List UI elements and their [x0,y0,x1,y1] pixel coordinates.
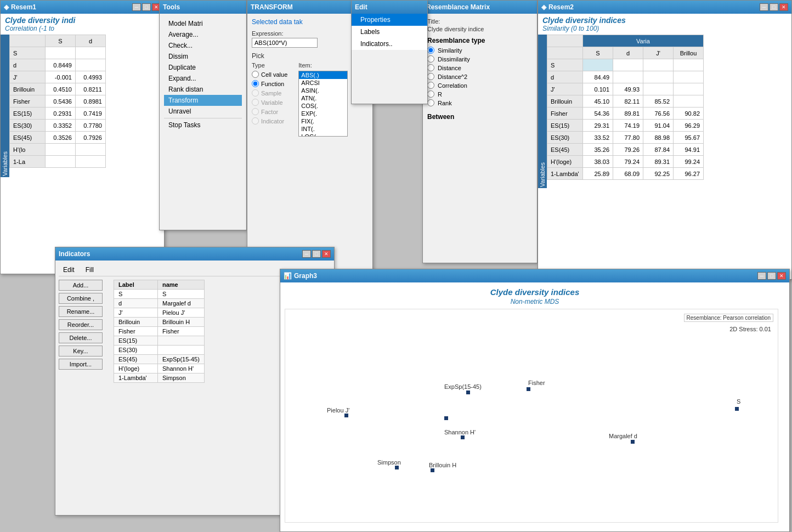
radio-sample[interactable]: Sample [252,89,287,97]
expression-input[interactable] [252,38,318,48]
table-row: ES(45) ExpSp(15-45) [114,355,205,364]
resem2-close[interactable]: ✕ [779,3,788,11]
indicators-minimize[interactable]: ─ [302,250,311,258]
tools-item-dissim[interactable]: Dissim [164,51,242,62]
resemblance-matrix-titlebar[interactable]: Resemblance Matrix [423,1,537,14]
listbox-item-log[interactable]: LOG(. [299,133,347,137]
listbox-item-abs[interactable]: ABS(.) [299,71,347,79]
listbox-item-atn[interactable]: ATN(. [299,94,347,102]
cell: 45.10 [583,95,613,107]
radio-function[interactable]: Function [252,80,287,87]
resem-radio-similarity-input[interactable] [427,47,434,54]
ind-reorder-button[interactable]: Reorder... [59,319,103,330]
tools-item-model[interactable]: Model Matri [164,18,242,29]
radio-cell-value[interactable]: Cell value [252,71,287,78]
edit-dropdown-titlebar[interactable]: Edit [352,1,427,14]
tools-item-unravel[interactable]: Unravel [164,106,242,117]
resem-radio-distance2[interactable]: Distance^2 [427,73,533,80]
resem1-col-d: d [76,35,106,47]
resem-radio-distance-input[interactable] [427,64,434,71]
radio-factor[interactable]: Factor [252,108,287,115]
resem2-maximize[interactable]: □ [770,3,778,11]
dropdown-labels[interactable]: Labels [352,26,427,38]
listbox-item-fix[interactable]: FIX(. [299,117,347,125]
resem2-empty-corner [547,47,583,59]
resem-radio-distance2-input[interactable] [427,73,434,80]
table-row: H'(loge) Shannon H' [114,364,205,373]
ind-cell-label: d [114,299,158,308]
tools-item-duplicate[interactable]: Duplicate [164,62,242,73]
items-listbox[interactable]: ABS(.) ARCSI ASIN(. ATN(. COS(. EXP(. FI… [298,71,348,137]
resem-radio-dissimilarity-input[interactable] [427,55,434,63]
radio-variable[interactable]: Variable [252,99,287,106]
ind-import-button[interactable]: Import... [59,359,103,370]
listbox-item-exp[interactable]: EXP(. [299,110,347,117]
listbox-item-arcsi[interactable]: ARCSI [299,79,347,87]
resem1-titlebar[interactable]: ◈ Resem1 ─ □ ✕ [1,1,164,14]
table-row: 1-Lambda' 25.89 68.09 92.25 96.27 [547,168,704,180]
resem-radio-r[interactable]: R [427,90,533,98]
tools-item-transform[interactable]: Transform [164,95,242,106]
row-label-es45: ES(45) [10,132,46,144]
indicators-titlebar[interactable]: Indicators ─ □ ✕ [55,247,334,261]
tools-item-stop[interactable]: Stop Tasks [164,120,242,131]
resem1-corner [10,35,46,47]
tools-item-rank[interactable]: Rank distan [164,84,242,95]
indicators-maximize[interactable]: □ [312,250,321,258]
resem-radio-distance[interactable]: Distance [427,64,533,71]
cell: 0.2931 [46,107,76,120]
listbox-item-int[interactable]: INT(. [299,125,347,133]
graph3-titlebar[interactable]: 📊 Graph3 ─ □ ✕ [280,269,789,282]
resem1-minimize[interactable]: ─ [132,3,141,11]
radio-cell-value-input[interactable] [252,71,259,78]
resem-radio-similarity-label: Similarity [438,47,462,54]
tools-item-average[interactable]: Average... [164,29,242,40]
ind-add-button[interactable]: Add... [59,280,103,291]
cell: 0.3352 [46,120,76,132]
graph3-close[interactable]: ✕ [777,272,786,280]
radio-variable-input[interactable] [252,99,259,106]
ind-delete-button[interactable]: Delete... [59,332,103,343]
row-label-d: d [10,59,46,71]
graph3-maximize[interactable]: □ [767,272,776,280]
resem1-maximize[interactable]: □ [142,3,151,11]
listbox-item-cos[interactable]: COS(. [299,102,347,110]
ind-menu-fill[interactable]: Fill [81,265,98,275]
dropdown-properties[interactable]: Properties [352,14,427,26]
resem1-table-container: S d S d 0.8449 J' [9,35,106,177]
cell [76,144,106,156]
radio-indicator-input[interactable] [252,117,259,124]
resem-radio-correlation[interactable]: Correlation [427,82,533,89]
listbox-item-asin[interactable]: ASIN(. [299,87,347,94]
dropdown-indicators[interactable]: Indicators.. [352,38,427,50]
radio-factor-input[interactable] [252,108,259,115]
radio-sample-input[interactable] [252,89,259,97]
ind-combine-button[interactable]: Combine , [59,293,103,304]
tools-item-check[interactable]: Check... [164,40,242,51]
tools-item-expand[interactable]: Expand... [164,73,242,84]
resem-radio-similarity[interactable]: Similarity [427,47,533,54]
cell: 38.03 [583,156,613,168]
indicators-table-container: Label name S S d Margalef d [114,280,205,383]
table-row: S S [114,290,205,299]
graph3-minimize[interactable]: ─ [757,272,766,280]
resem-radio-correlation-input[interactable] [427,82,434,89]
row-label-brillouin: Brillouin [10,83,46,95]
resem-radio-r-input[interactable] [427,90,434,98]
resem2-titlebar[interactable]: ◈ Resem2 ─ □ ✕ [538,1,791,14]
resem-radio-rank-input[interactable] [427,99,434,106]
radio-indicator[interactable]: Indicator [252,117,287,124]
tools-titlebar[interactable]: Tools [160,1,246,14]
radio-function-input[interactable] [252,80,259,87]
row-label-brillouin2: Brillouin [547,95,583,107]
ind-cell-name: Fisher [158,327,205,336]
indicators-close[interactable]: ✕ [322,250,331,258]
resemblance-matrix-title: Resemblance Matrix [426,3,490,11]
ind-rename-button[interactable]: Rename... [59,306,103,317]
ind-key-button[interactable]: Key... [59,346,103,356]
resem2-minimize[interactable]: ─ [760,3,768,11]
ind-menu-edit[interactable]: Edit [59,265,79,275]
label-simpson: Simpson [377,459,401,466]
resem-radio-rank[interactable]: Rank [427,99,533,106]
resem-radio-dissimilarity[interactable]: Dissimilarity [427,55,533,63]
